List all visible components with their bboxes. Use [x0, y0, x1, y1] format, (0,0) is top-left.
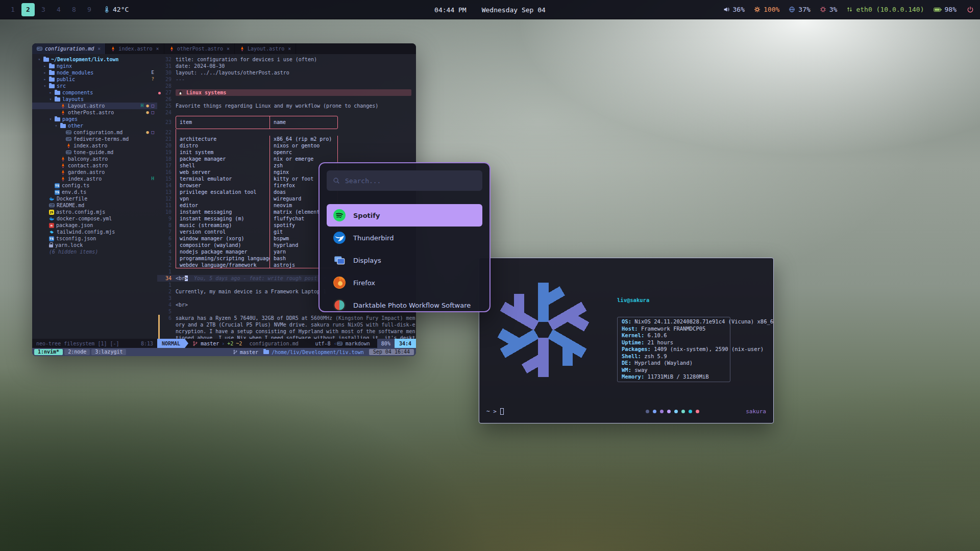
editor-line[interactable]: 26: [157, 96, 416, 103]
editor-line[interactable]: 31date: 2024-08-30: [157, 63, 416, 69]
module-cpu[interactable]: 3%: [820, 6, 838, 13]
module-disk[interactable]: 37%: [789, 6, 810, 13]
tree-item-6hiddenitems[interactable]: (6 hidden items): [32, 248, 157, 255]
tree-item-docker-compose.yml[interactable]: docker-compose.yml: [32, 215, 157, 222]
tree-item-otherPost.astro[interactable]: otherPost.astro●□: [32, 109, 157, 116]
tmux-window-3lazygit[interactable]: 3:lazygit: [91, 349, 126, 355]
md-table-row-line[interactable]: 20distronixos or gentoo: [157, 142, 416, 149]
fetch-value: Framework FRANMDCP05: [641, 325, 705, 332]
tmux-window-1nvim[interactable]: 1:nvim*: [34, 349, 63, 355]
editor-line[interactable]: 32title: configuration for devices i use…: [157, 56, 416, 63]
tree-item-badges: ?: [152, 76, 154, 83]
git-branch-icon: [233, 349, 238, 355]
tree-item-package.json[interactable]: npackage.json: [32, 222, 157, 229]
editor-line[interactable]: 24: [157, 109, 416, 116]
filetype-label: markdown: [342, 341, 373, 346]
editor-line[interactable]: 27Linux systems: [157, 89, 416, 96]
tab-close-icon[interactable]: ×: [288, 46, 291, 52]
launcher-item-thunderbird[interactable]: Thunderbird: [327, 227, 482, 249]
tree-item-label: tailwind.config.mjs: [57, 229, 115, 235]
tree-item-layouts[interactable]: ▾layouts: [32, 96, 157, 103]
workspace-button-9[interactable]: 9: [83, 3, 96, 16]
md-table-header-line[interactable]: 23itemname: [157, 116, 416, 129]
module-battery[interactable]: 98%: [934, 6, 957, 14]
tree-item-label: components: [62, 89, 93, 96]
power-button[interactable]: [967, 6, 974, 13]
line-number: 2: [162, 262, 176, 268]
file-encoding: utf-8: [312, 341, 334, 346]
tree-item-components[interactable]: ▸components: [32, 89, 157, 96]
tab-close-icon[interactable]: ×: [227, 46, 230, 52]
tree-item-config.ts[interactable]: TSconfig.ts: [32, 182, 157, 189]
tree-item-yarn.lock[interactable]: yarn.lock: [32, 242, 157, 248]
workspace-button-4[interactable]: 4: [52, 3, 65, 16]
md-table-row-line[interactable]: 18package managernix or emerge: [157, 156, 416, 162]
tree-item-Layout.astro[interactable]: Layout.astroH●□: [32, 103, 157, 109]
tree-item-balcony.astro[interactable]: balcony.astro: [32, 156, 157, 162]
workspace-button-3[interactable]: 3: [37, 3, 50, 16]
tree-item-label: index.astro: [74, 142, 107, 149]
tree-item-README.md[interactable]: README.md: [32, 202, 157, 209]
launcher-item-firefox[interactable]: Firefox: [327, 271, 482, 294]
md-table-gap-line[interactable]: 22: [157, 129, 416, 136]
fetch-label: Kernel:: [622, 332, 648, 338]
launcher-item-spotify[interactable]: Spotify: [327, 204, 482, 227]
tree-item-index.astro[interactable]: index.astro: [32, 142, 157, 149]
tree-item-nginx[interactable]: ▸nginx: [32, 63, 157, 69]
tab-close-icon[interactable]: ×: [156, 46, 159, 52]
tree-item-other[interactable]: ▾other: [32, 122, 157, 129]
module-volume[interactable]: 36%: [723, 6, 745, 13]
tab-configuration.md[interactable]: configuration.md×: [32, 43, 106, 54]
tab-close-icon[interactable]: ×: [97, 46, 101, 52]
tab-Layout.astro[interactable]: Layout.astro×: [235, 43, 296, 54]
tree-item-tsconfig.json[interactable]: TStsconfig.json: [32, 235, 157, 242]
tmux-window-2node[interactable]: 2:node: [64, 349, 90, 355]
tree-item-label: Layout.astro: [68, 103, 105, 109]
module-network[interactable]: eth0 (10.0.0.140): [846, 6, 924, 13]
astro-icon: [60, 110, 66, 115]
md-table-row-line[interactable]: 21architecturex86_64 (rip m2 pro): [157, 136, 416, 142]
tree-item-public[interactable]: ▸public?: [32, 76, 157, 83]
tree-item-tone-guide.md[interactable]: tone-guide.md: [32, 149, 157, 156]
editor-wrapped-line[interactable]: 6sakura has a Ryzen 5 7640U, 32GB of DDR…: [157, 315, 416, 339]
md-table-row-line[interactable]: 19init systemopenrc: [157, 149, 416, 156]
tree-item-configuration.md[interactable]: configuration.md●□: [32, 129, 157, 136]
editor-line[interactable]: 25Favorite things regarding Linux and my…: [157, 103, 416, 109]
tree-item-astro.config.mjs[interactable]: JSastro.config.mjs: [32, 209, 157, 215]
line-number: 6: [162, 235, 176, 242]
editor-line[interactable]: 28: [157, 83, 416, 89]
editor-line[interactable]: 29---: [157, 76, 416, 83]
search-input[interactable]: [345, 177, 476, 185]
workspace-button-1[interactable]: 1: [6, 3, 19, 16]
workspace-button-8[interactable]: 8: [67, 3, 81, 16]
tree-item-contact.astro[interactable]: contact.astro: [32, 162, 157, 169]
folder-icon: [60, 124, 66, 128]
tab-otherPost.astro[interactable]: otherPost.astro×: [164, 43, 235, 54]
tree-item-Dockerfile[interactable]: Dockerfile: [32, 195, 157, 202]
line-number: 22: [162, 129, 176, 136]
shell-prompt[interactable]: ~ >: [486, 408, 504, 415]
tree-item-src[interactable]: ▾src: [32, 83, 157, 89]
tree-item-tailwind.config.mjs[interactable]: tailwind.config.mjs: [32, 229, 157, 235]
workspace-button-2[interactable]: 2: [21, 3, 35, 16]
launcher-item-displays[interactable]: Displays: [327, 249, 482, 271]
line-number: 32: [162, 56, 176, 63]
tree-item-pages[interactable]: ▾pages: [32, 116, 157, 122]
table-cell-item: editor: [176, 202, 270, 209]
tree-item-env.d.ts[interactable]: TSenv.d.ts: [32, 189, 157, 195]
tree-item-index.astro[interactable]: index.astroH: [32, 176, 157, 182]
tree-item-garden.astro[interactable]: garden.astro: [32, 169, 157, 176]
tree-root[interactable]: ▾~/Development/liv.town: [32, 56, 157, 63]
tab-index.astro[interactable]: index.astro×: [106, 43, 164, 54]
module-brightness[interactable]: 100%: [754, 6, 779, 13]
tree-item-label: Dockerfile: [57, 195, 87, 202]
tree-item-fediverse-terms.md[interactable]: fediverse-terms.md: [32, 136, 157, 142]
launcher-item-darktable[interactable]: Darktable Photo Workflow Software: [327, 294, 482, 312]
editor-line[interactable]: 30layout: ../../layouts/otherPost.astro: [157, 69, 416, 76]
cursor-position: 34:4: [395, 339, 416, 348]
launcher-item-label: Spotify: [353, 212, 380, 219]
launcher-search[interactable]: [327, 170, 482, 191]
clock[interactable]: 04:44 PM Wednesday Sep 04: [434, 0, 546, 19]
tree-item-node_modules[interactable]: ▸node_modulesE: [32, 69, 157, 76]
temperature-module[interactable]: 42°C: [103, 6, 129, 13]
